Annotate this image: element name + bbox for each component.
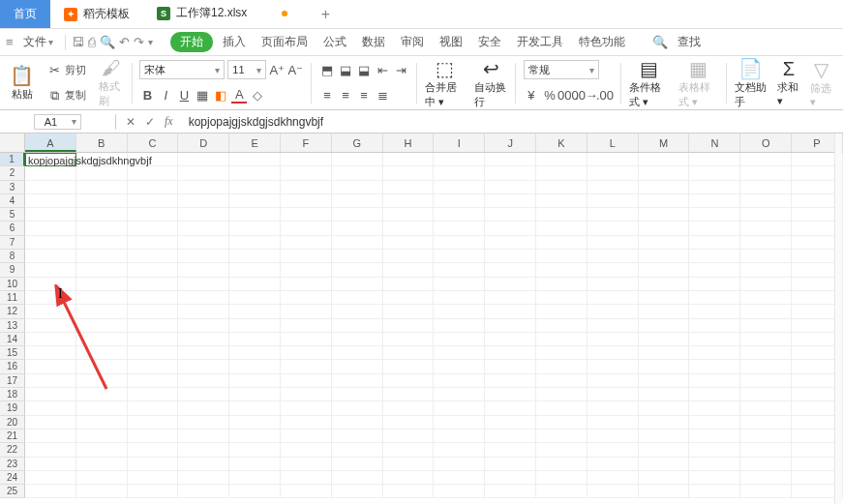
- row-header[interactable]: 8: [0, 250, 25, 263]
- cell[interactable]: [128, 388, 179, 401]
- cell[interactable]: [76, 278, 128, 291]
- tab-security[interactable]: 安全: [472, 31, 507, 53]
- cell[interactable]: [536, 291, 587, 305]
- cell[interactable]: [25, 166, 76, 180]
- cell[interactable]: [25, 443, 76, 457]
- cell[interactable]: [434, 443, 485, 457]
- cell[interactable]: [229, 305, 281, 318]
- cell[interactable]: [740, 250, 792, 263]
- cell[interactable]: [485, 374, 536, 388]
- cell[interactable]: [689, 443, 740, 457]
- decrease-font-icon[interactable]: A⁻: [287, 62, 303, 77]
- cell[interactable]: [281, 222, 332, 235]
- cell[interactable]: [229, 194, 281, 208]
- cell[interactable]: [740, 166, 792, 180]
- cell[interactable]: [689, 401, 740, 415]
- cell[interactable]: [740, 401, 792, 415]
- cell[interactable]: [281, 416, 332, 430]
- col-header[interactable]: J: [485, 133, 536, 152]
- cell[interactable]: [383, 443, 435, 457]
- cell[interactable]: [536, 416, 587, 430]
- cell[interactable]: [128, 305, 179, 318]
- cell[interactable]: [25, 388, 76, 401]
- cell[interactable]: [76, 166, 128, 180]
- formula-input[interactable]: kopjopajgjskdgjsdkhngvbjf: [183, 115, 843, 129]
- cell[interactable]: [281, 291, 332, 305]
- cell[interactable]: [536, 333, 587, 346]
- cell[interactable]: [740, 430, 792, 443]
- cell[interactable]: [485, 305, 536, 318]
- cell[interactable]: [639, 263, 690, 277]
- cell[interactable]: [689, 374, 740, 388]
- cell[interactable]: [178, 374, 229, 388]
- cell-style-button[interactable]: ▦ 表格样式 ▾: [675, 58, 722, 107]
- vertical-scrollbar[interactable]: [834, 133, 842, 504]
- cell[interactable]: [434, 374, 485, 388]
- cell[interactable]: [434, 305, 485, 318]
- cell[interactable]: [178, 278, 229, 291]
- cell[interactable]: [536, 194, 587, 208]
- col-header[interactable]: N: [689, 133, 740, 152]
- cell[interactable]: [25, 333, 76, 346]
- tab-view[interactable]: 视图: [434, 31, 468, 53]
- cell[interactable]: [76, 208, 128, 222]
- cell[interactable]: [740, 458, 792, 471]
- cell[interactable]: [485, 194, 536, 208]
- tab-review[interactable]: 审阅: [395, 31, 430, 53]
- cell[interactable]: [383, 388, 435, 401]
- cell[interactable]: [383, 236, 435, 250]
- cell[interactable]: [434, 194, 485, 208]
- cell[interactable]: [178, 388, 229, 401]
- cell[interactable]: [25, 319, 76, 333]
- cell[interactable]: [536, 181, 587, 194]
- cond-format-button[interactable]: ▤ 条件格式 ▾: [625, 58, 673, 107]
- col-header[interactable]: G: [332, 133, 383, 152]
- cell[interactable]: [25, 471, 76, 485]
- tab-insert[interactable]: 插入: [217, 31, 252, 53]
- clear-format-button[interactable]: ◇: [250, 88, 265, 104]
- cell[interactable]: [25, 181, 76, 194]
- cell[interactable]: [434, 333, 485, 346]
- cell[interactable]: [434, 485, 485, 498]
- cell[interactable]: [128, 291, 179, 305]
- row-header[interactable]: 22: [0, 443, 25, 457]
- cell[interactable]: [536, 208, 587, 222]
- cell[interactable]: [536, 153, 587, 166]
- cell[interactable]: [536, 401, 587, 415]
- cell[interactable]: [281, 194, 332, 208]
- font-name-select[interactable]: 宋体▾: [139, 60, 225, 79]
- cell[interactable]: [536, 471, 587, 485]
- row-header[interactable]: 11: [0, 291, 25, 305]
- row-header[interactable]: 17: [0, 374, 25, 388]
- cell[interactable]: [434, 319, 485, 333]
- indent-dec-icon[interactable]: ⇤: [375, 62, 390, 77]
- cell[interactable]: [587, 305, 639, 318]
- font-size-select[interactable]: 11▾: [227, 60, 266, 79]
- col-header[interactable]: F: [281, 133, 332, 152]
- cell[interactable]: [485, 346, 536, 360]
- copy-button[interactable]: ⧉复制: [44, 87, 89, 104]
- cell[interactable]: [383, 346, 435, 360]
- paste-button[interactable]: 📋 粘贴: [6, 58, 38, 107]
- cell[interactable]: [587, 166, 639, 180]
- underline-button[interactable]: U: [176, 88, 192, 104]
- cell[interactable]: [128, 485, 179, 498]
- cell[interactable]: [383, 278, 435, 291]
- cell[interactable]: [383, 471, 435, 485]
- cell[interactable]: [434, 416, 485, 430]
- number-format-select[interactable]: 常规▾: [524, 60, 599, 79]
- cell[interactable]: [281, 236, 332, 250]
- col-header[interactable]: H: [383, 133, 435, 152]
- cell[interactable]: [587, 401, 639, 415]
- cell[interactable]: [128, 208, 179, 222]
- cell[interactable]: [689, 291, 740, 305]
- cell[interactable]: [740, 263, 792, 277]
- cell[interactable]: [281, 374, 332, 388]
- cell[interactable]: [689, 430, 740, 443]
- cell[interactable]: [639, 443, 690, 457]
- cell[interactable]: [229, 153, 281, 166]
- cell[interactable]: [178, 291, 229, 305]
- col-header[interactable]: B: [76, 133, 128, 152]
- cell[interactable]: [178, 458, 229, 471]
- cell[interactable]: [229, 166, 281, 180]
